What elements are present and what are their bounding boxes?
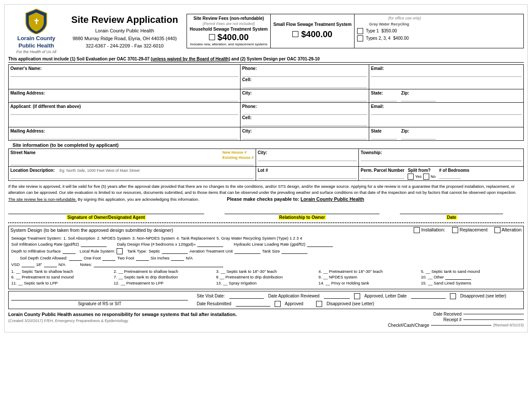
vsd-value2[interactable] — [44, 262, 57, 267]
lot-value[interactable] — [258, 173, 357, 179]
svg-text:✝: ✝ — [33, 17, 39, 26]
phone-value[interactable] — [242, 71, 367, 77]
no-label: No — [431, 174, 436, 179]
approved-checkbox[interactable] — [354, 293, 360, 299]
tank-size-value[interactable] — [282, 249, 307, 254]
state2-label: State — [371, 129, 381, 133]
vsd-value[interactable] — [22, 262, 35, 267]
vsd-row: VSD 18" N/A Notes: — [11, 262, 521, 267]
aeration-value[interactable] — [234, 249, 260, 254]
zip2-value[interactable] — [401, 133, 436, 139]
site-info-table: Street Name New House # Existing House #… — [8, 149, 524, 181]
disclaimer-text: If the site review is approved, it will … — [8, 183, 524, 203]
date-received-value[interactable] — [463, 314, 524, 314]
alteration-checkbox[interactable]: Alteration — [494, 227, 522, 233]
state-value[interactable] — [371, 95, 397, 101]
approved-letter-value[interactable] — [411, 294, 446, 299]
split-no-checkbox[interactable] — [423, 174, 429, 180]
item-6-text: __ Pretreatment to sand mound — [16, 275, 74, 279]
site-visit-value[interactable] — [229, 294, 264, 299]
item-5-num: 5. — [421, 269, 424, 274]
receipt-value[interactable] — [463, 319, 524, 320]
replacement-checkbox[interactable]: Replacement — [452, 227, 488, 233]
fees-box: Site Review Fees (non-refundable) (Permi… — [187, 14, 524, 48]
bedrooms-value[interactable] — [439, 173, 461, 179]
list-item: 12. __ Pretreatment to LPP — [114, 281, 213, 285]
bedrooms-label: # of Bedrooms — [439, 168, 469, 173]
date-reviewed-value[interactable] — [324, 294, 350, 299]
city-site-value[interactable] — [258, 155, 357, 161]
parcel-value[interactable] — [361, 173, 404, 179]
daily-design-value[interactable] — [197, 242, 223, 247]
date-sig-block: Date — [400, 206, 503, 220]
zip-value[interactable] — [401, 95, 436, 101]
owners-name-value[interactable] — [10, 71, 238, 77]
cell2-value[interactable] — [242, 120, 367, 126]
mailing-address2-value[interactable] — [10, 133, 238, 139]
soil-depth-blank3[interactable] — [136, 256, 149, 261]
soil-depth-blank4[interactable] — [171, 256, 184, 261]
zip2-label: Zip: — [401, 129, 409, 133]
city2-value[interactable] — [242, 133, 367, 139]
street-name-value[interactable] — [10, 159, 254, 165]
soil-depth-blank2[interactable] — [102, 256, 115, 261]
email-value[interactable] — [371, 71, 522, 77]
split-yes-checkbox[interactable] — [408, 174, 414, 180]
state2-zip2-cell: State Zip: — [369, 127, 524, 140]
soil-infiltration-value[interactable] — [81, 242, 107, 247]
city-value[interactable] — [242, 95, 367, 101]
inches-label: 18" — [36, 262, 42, 267]
gray-type1-checkbox[interactable] — [357, 28, 363, 34]
approved2-checkbox[interactable] — [275, 301, 281, 307]
household-checkbox[interactable] — [209, 34, 215, 40]
local-rule-label: Local Rule System: — [80, 249, 115, 253]
small-flow-checkbox[interactable] — [292, 31, 298, 37]
gray-type1-amount: $350.00 — [381, 28, 397, 33]
vsd-label: VSD — [11, 262, 20, 267]
logo-tagline: For the Health of Us All — [16, 50, 57, 54]
list-item: 6. __ Pretreatment to sand mound — [11, 275, 111, 280]
gray-type234-label: Types 2, 3, 4 — [366, 36, 390, 41]
system-design-header: System Design (to be taken from the appr… — [8, 226, 524, 234]
applicant-value[interactable] — [10, 109, 238, 115]
gray-type234-checkbox[interactable] — [357, 35, 363, 41]
site-visit-label: Site Visit Date: — [196, 294, 225, 298]
septic-value[interactable] — [162, 249, 188, 254]
mailing-address-value[interactable] — [10, 95, 238, 101]
state2-value[interactable] — [371, 133, 397, 139]
approved-letter-label: Approved, Letter Date — [364, 294, 407, 298]
gray-water-system: 5. Gray Water Recycling System (Type) 1 … — [217, 236, 302, 240]
notes-value[interactable] — [94, 262, 223, 267]
disapproved-checkbox[interactable] — [450, 293, 456, 299]
footer-right: Date Received Receipt # Check#/Cash/Char… — [388, 312, 524, 329]
applicant-cell: Applicant: (if different than above) — [9, 102, 241, 127]
location-desc-value[interactable] — [10, 173, 254, 179]
signature-area: Signature of Owner/Designated Agent Rela… — [8, 206, 524, 220]
local-rule-checkbox[interactable] — [117, 248, 123, 254]
list-item: 2. __ Pretreatment to shallow leach — [114, 269, 213, 274]
owners-name-cell: Owner's Name: — [9, 64, 241, 89]
cell-value[interactable] — [242, 82, 367, 88]
state-label: State: — [371, 91, 383, 95]
item-1-text: __ Septic Tank to shallow leach — [16, 269, 73, 274]
date-sig-line — [400, 206, 503, 214]
item-10-value[interactable] — [445, 275, 471, 280]
zip-label: Zip: — [401, 91, 409, 95]
phone2-value[interactable] — [242, 109, 367, 115]
owner-sig-label: Signature of Owner/Designated Agent — [66, 215, 146, 220]
daily-design-label: Daily Design Flow (# bedrooms x 120gpd)= — [117, 242, 196, 247]
check-value[interactable] — [431, 325, 491, 326]
relationship-sig-block: Relationship to Owner — [225, 206, 379, 220]
disapproved2-checkbox[interactable] — [316, 301, 322, 307]
hydraulic-value[interactable] — [307, 242, 333, 247]
installation-checkbox[interactable]: Installation: — [414, 227, 445, 233]
yes-label: Yes — [415, 174, 421, 179]
depth-value[interactable] — [63, 249, 76, 254]
soil-depth-blank1[interactable] — [69, 256, 82, 261]
email2-value[interactable] — [371, 109, 522, 115]
list-item: 8 __ Pretreatment to drip distribution — [216, 275, 316, 280]
date-resubmitted-value[interactable] — [236, 301, 270, 307]
check-label: Check#/Cash/Charge — [388, 323, 429, 328]
township-value[interactable] — [361, 155, 522, 161]
fees-title: Site Review Fees (non-refundable) — [190, 16, 268, 21]
